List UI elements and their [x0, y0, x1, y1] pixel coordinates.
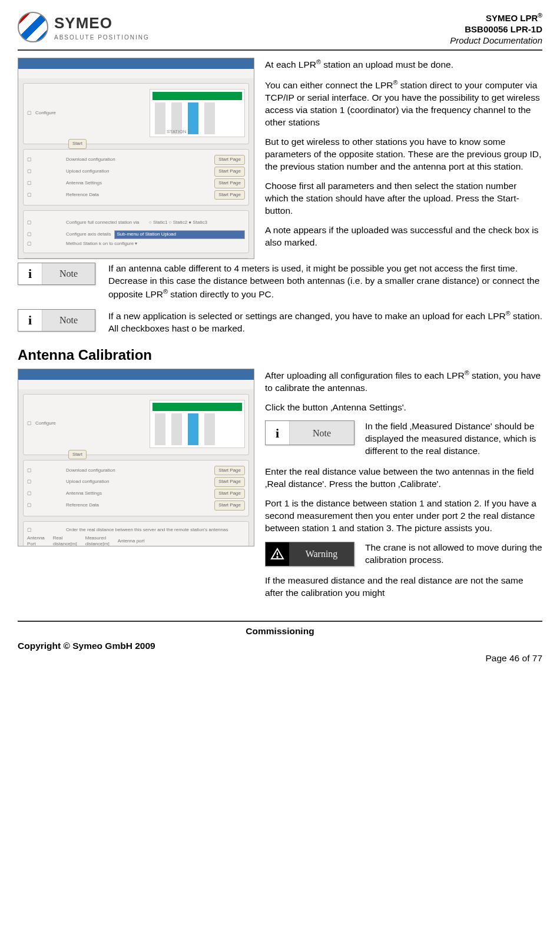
s2-p3: Enter the real distance value between th… — [265, 466, 542, 491]
info-icon: i — [266, 421, 290, 445]
footer-copyright: Copyright © Symeo GmbH 2009 — [18, 640, 542, 652]
s1-p2a: You can either connect the LPR — [265, 80, 393, 90]
screenshot-upload-config: ▢Configure STATION 2 Start ▢Download con… — [18, 58, 254, 259]
heading-antenna-calibration: Antenna Calibration — [18, 346, 542, 365]
header-right: SYMEO LPR® BSB00056 LPR-1D Product Docum… — [450, 12, 542, 46]
note1-text-b: station directly to you PC. — [168, 289, 274, 299]
symeo-logo-icon — [18, 12, 48, 42]
note-badge: i Note — [265, 420, 354, 445]
page-footer: Commissioning Copyright © Symeo GmbH 200… — [18, 621, 542, 665]
note2-text-a: If a new application is selected or sett… — [108, 311, 506, 321]
warning-row: Warning The crane is not allowed to move… — [265, 542, 542, 566]
logo: SYMEO ABSOLUTE POSITIONING — [18, 12, 150, 42]
info-icon: i — [18, 263, 42, 284]
svg-point-1 — [277, 556, 278, 558]
screenshot-antenna-settings: ▢Configure Start ▢Download configuration… — [18, 369, 254, 546]
warning-icon — [266, 542, 289, 566]
note-badge: i Note — [18, 309, 95, 332]
note-label: Note — [290, 421, 354, 445]
note-row-3: i Note In the field ‚Measured Distance' … — [265, 420, 542, 458]
s1-p5: A note appears if the uploaded was succe… — [265, 224, 542, 249]
footer-section: Commissioning — [18, 625, 542, 638]
logo-text-main: SYMEO — [54, 13, 150, 34]
warning-text: The crane is not allowed to move during … — [365, 542, 542, 566]
header-product: SYMEO LPR — [486, 13, 538, 23]
registered-mark: ® — [538, 12, 542, 19]
s2-p2: Click the button ‚Antenna Settings'. — [265, 402, 542, 414]
note-badge: i Note — [18, 263, 95, 285]
header-doc-type: Product Documentation — [450, 35, 542, 47]
note-row-2: i Note If a new application is selected … — [18, 309, 542, 335]
note-row-1: i Note If an antenna cable different to … — [18, 263, 542, 301]
antenna-section: ▢Configure Start ▢Download configuration… — [18, 369, 542, 607]
s1-p4: Choose first all parameters and then sel… — [265, 180, 542, 217]
header-model: BSB00056 LPR-1D — [450, 24, 542, 35]
logo-text-sub: ABSOLUTE POSITIONING — [54, 34, 150, 42]
warning-badge: Warning — [265, 542, 354, 566]
s2-p5: If the measured distance and the real di… — [265, 575, 542, 599]
warning-label: Warning — [289, 542, 354, 566]
page-header: SYMEO ABSOLUTE POSITIONING SYMEO LPR® BS… — [18, 12, 542, 51]
note-label: Note — [42, 263, 95, 284]
note3-text: In the field ‚Measured Distance' should … — [365, 420, 542, 458]
s1-p3: But to get wireless to other stations yo… — [265, 136, 542, 173]
s1-p1a: At each LPR — [265, 59, 316, 69]
s1-p1b: station an upload must be done. — [321, 59, 453, 69]
info-icon: i — [18, 310, 42, 331]
upload-section: ▢Configure STATION 2 Start ▢Download con… — [18, 58, 542, 263]
footer-page-number: Page 46 of 77 — [18, 652, 542, 665]
note-label: Note — [42, 310, 95, 331]
s2-p4: Port 1 is the distance between station 1… — [265, 498, 542, 535]
s2-p1a: After uploading all configuration files … — [265, 370, 465, 380]
